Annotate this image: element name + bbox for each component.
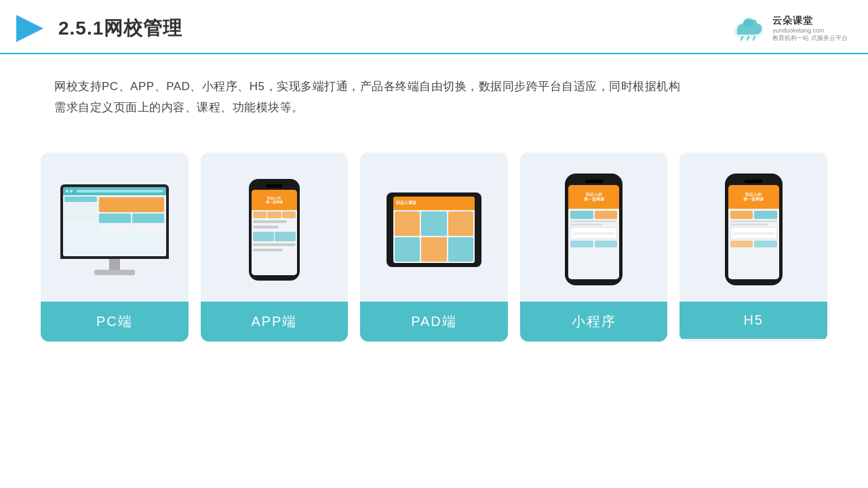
card-miniprogram-image: 职达人的第一堂网课 bbox=[520, 152, 668, 302]
card-h5-image: 职达人的第一堂网课 bbox=[679, 152, 827, 302]
card-h5: 职达人的第一堂网课 bbox=[679, 152, 827, 342]
card-miniprogram-label: 小程序 bbox=[520, 302, 668, 342]
cards-container: PC端 职达人的第一堂网课 bbox=[0, 132, 868, 362]
card-pad-image: 职达人课堂 bbox=[360, 152, 508, 302]
description-line2: 需求自定义页面上的内容、课程、功能模块等。 bbox=[54, 97, 814, 118]
miniprogram-phone-icon: 职达人的第一堂网课 bbox=[565, 174, 623, 285]
card-app: 职达人的第一堂网课 bbox=[201, 152, 349, 342]
description-line1: 网校支持PC、APP、PAD、小程序、H5，实现多端打通，产品各终端自由切换，数… bbox=[54, 76, 814, 97]
pc-monitor-icon bbox=[60, 184, 169, 275]
pad-tablet-icon: 职达人课堂 bbox=[387, 192, 481, 267]
card-app-label: APP端 bbox=[201, 302, 349, 342]
svg-marker-1 bbox=[16, 18, 41, 39]
brand-slogan: 教育机构一站 式服务云平台 bbox=[772, 34, 848, 43]
header-brand: 云朵课堂 yunduoketang.com 教育机构一站 式服务云平台 bbox=[730, 15, 848, 43]
card-pc-image bbox=[41, 152, 189, 302]
header: 2.5.1网校管理 云朵课堂 yunduoketang.com 教育机构一站 式… bbox=[0, 0, 868, 54]
app-phone-icon: 职达人的第一堂网课 bbox=[249, 179, 300, 281]
brand-url: yunduoketang.com bbox=[772, 27, 824, 34]
page-title: 2.5.1网校管理 bbox=[58, 16, 182, 41]
h5-phone-icon: 职达人的第一堂网课 bbox=[725, 174, 783, 285]
card-pad: 职达人课堂 bbox=[360, 152, 508, 342]
card-pc-label: PC端 bbox=[41, 302, 189, 342]
brand-cloud-icon bbox=[730, 16, 767, 41]
brand-name: 云朵课堂 bbox=[772, 15, 813, 27]
logo-arrow-icon bbox=[14, 12, 46, 45]
card-h5-label: H5 bbox=[679, 302, 827, 339]
card-app-image: 职达人的第一堂网课 bbox=[201, 152, 349, 302]
header-left: 2.5.1网校管理 bbox=[14, 12, 182, 45]
brand-text-container: 云朵课堂 yunduoketang.com 教育机构一站 式服务云平台 bbox=[772, 15, 848, 43]
card-pc: PC端 bbox=[41, 152, 189, 342]
card-miniprogram: 职达人的第一堂网课 bbox=[520, 152, 668, 342]
card-pad-label: PAD端 bbox=[360, 302, 508, 342]
description: 网校支持PC、APP、PAD、小程序、H5，实现多端打通，产品各终端自由切换，数… bbox=[0, 54, 868, 132]
svg-point-3 bbox=[744, 18, 753, 27]
